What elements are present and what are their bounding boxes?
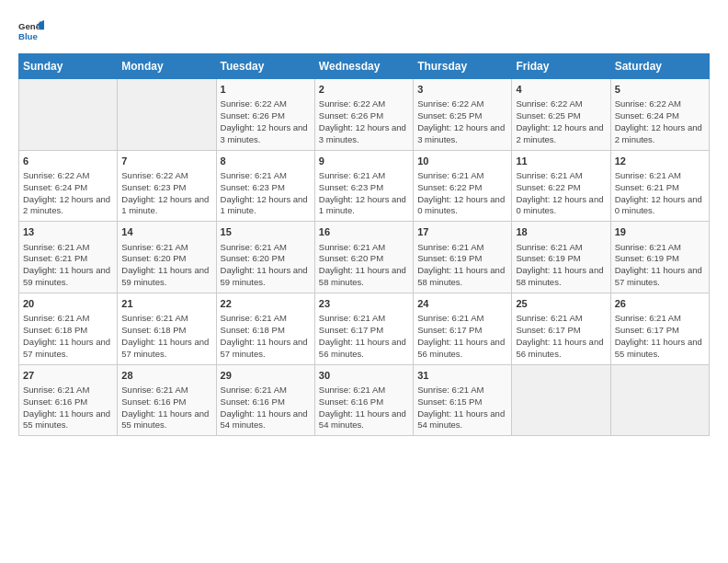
day-number: 2 xyxy=(319,83,409,97)
cell-content: Sunrise: 6:21 AMSunset: 6:23 PMDaylight:… xyxy=(221,170,311,217)
calendar-cell: 19Sunrise: 6:21 AMSunset: 6:19 PMDayligh… xyxy=(610,222,709,293)
calendar-cell: 3Sunrise: 6:22 AMSunset: 6:25 PMDaylight… xyxy=(414,79,512,151)
cell-content: Sunrise: 6:22 AMSunset: 6:24 PMDaylight:… xyxy=(615,98,705,145)
day-number: 14 xyxy=(121,225,211,239)
day-number: 26 xyxy=(615,297,705,311)
calendar-cell: 1Sunrise: 6:22 AMSunset: 6:26 PMDaylight… xyxy=(216,79,314,151)
cell-content: Sunrise: 6:22 AMSunset: 6:26 PMDaylight:… xyxy=(221,98,311,145)
page-header: General Blue xyxy=(18,18,710,44)
cell-content: Sunrise: 6:21 AMSunset: 6:17 PMDaylight:… xyxy=(516,313,606,360)
svg-text:Blue: Blue xyxy=(18,31,38,41)
calendar-cell: 20Sunrise: 6:21 AMSunset: 6:18 PMDayligh… xyxy=(19,293,118,364)
calendar-cell: 21Sunrise: 6:21 AMSunset: 6:18 PMDayligh… xyxy=(118,293,216,364)
day-number: 9 xyxy=(319,155,409,168)
calendar-week-row: 13Sunrise: 6:21 AMSunset: 6:21 PMDayligh… xyxy=(19,222,710,293)
cell-content: Sunrise: 6:21 AMSunset: 6:21 PMDaylight:… xyxy=(615,170,705,217)
calendar-cell: 4Sunrise: 6:22 AMSunset: 6:25 PMDaylight… xyxy=(512,79,610,151)
calendar-cell: 9Sunrise: 6:21 AMSunset: 6:23 PMDaylight… xyxy=(314,150,413,222)
calendar-cell: 8Sunrise: 6:21 AMSunset: 6:23 PMDaylight… xyxy=(216,150,314,222)
logo: General Blue xyxy=(18,18,48,44)
cell-content: Sunrise: 6:21 AMSunset: 6:20 PMDaylight:… xyxy=(221,242,311,289)
calendar-cell: 14Sunrise: 6:21 AMSunset: 6:20 PMDayligh… xyxy=(118,222,216,293)
day-number: 5 xyxy=(615,83,705,97)
cell-content: Sunrise: 6:21 AMSunset: 6:18 PMDaylight:… xyxy=(221,313,311,360)
calendar-cell: 23Sunrise: 6:21 AMSunset: 6:17 PMDayligh… xyxy=(314,293,413,364)
calendar-cell: 11Sunrise: 6:21 AMSunset: 6:22 PMDayligh… xyxy=(512,150,610,222)
cell-content: Sunrise: 6:21 AMSunset: 6:16 PMDaylight:… xyxy=(319,385,409,431)
day-of-week-header: Monday xyxy=(118,54,216,79)
cell-content: Sunrise: 6:22 AMSunset: 6:24 PMDaylight:… xyxy=(23,170,113,217)
calendar-cell: 25Sunrise: 6:21 AMSunset: 6:17 PMDayligh… xyxy=(512,293,610,364)
day-of-week-header: Thursday xyxy=(414,54,512,79)
cell-content: Sunrise: 6:21 AMSunset: 6:19 PMDaylight:… xyxy=(417,242,507,289)
calendar-cell: 26Sunrise: 6:21 AMSunset: 6:17 PMDayligh… xyxy=(610,293,709,364)
calendar-cell: 24Sunrise: 6:21 AMSunset: 6:17 PMDayligh… xyxy=(414,293,512,364)
day-number: 28 xyxy=(121,369,211,383)
day-number: 25 xyxy=(516,297,606,311)
calendar-cell: 15Sunrise: 6:21 AMSunset: 6:20 PMDayligh… xyxy=(216,222,314,293)
calendar-cell xyxy=(610,364,709,436)
day-number: 21 xyxy=(121,297,211,311)
day-number: 17 xyxy=(417,225,507,239)
day-number: 29 xyxy=(221,369,311,383)
calendar-header-row: SundayMondayTuesdayWednesdayThursdayFrid… xyxy=(19,54,710,79)
day-number: 4 xyxy=(516,83,606,97)
day-of-week-header: Saturday xyxy=(610,54,709,79)
cell-content: Sunrise: 6:21 AMSunset: 6:16 PMDaylight:… xyxy=(121,385,211,431)
day-number: 31 xyxy=(417,369,507,383)
calendar-cell: 5Sunrise: 6:22 AMSunset: 6:24 PMDaylight… xyxy=(610,79,709,151)
cell-content: Sunrise: 6:21 AMSunset: 6:18 PMDaylight:… xyxy=(23,313,113,360)
cell-content: Sunrise: 6:21 AMSunset: 6:20 PMDaylight:… xyxy=(319,242,409,289)
cell-content: Sunrise: 6:21 AMSunset: 6:16 PMDaylight:… xyxy=(23,385,113,431)
calendar-cell: 28Sunrise: 6:21 AMSunset: 6:16 PMDayligh… xyxy=(118,364,216,436)
cell-content: Sunrise: 6:21 AMSunset: 6:23 PMDaylight:… xyxy=(319,170,409,217)
calendar-body: 1Sunrise: 6:22 AMSunset: 6:26 PMDaylight… xyxy=(19,79,710,436)
cell-content: Sunrise: 6:21 AMSunset: 6:17 PMDaylight:… xyxy=(319,313,409,360)
calendar-cell: 22Sunrise: 6:21 AMSunset: 6:18 PMDayligh… xyxy=(216,293,314,364)
day-number: 22 xyxy=(221,297,311,311)
day-number: 24 xyxy=(417,297,507,311)
cell-content: Sunrise: 6:22 AMSunset: 6:25 PMDaylight:… xyxy=(417,98,507,145)
calendar-cell: 10Sunrise: 6:21 AMSunset: 6:22 PMDayligh… xyxy=(414,150,512,222)
day-of-week-header: Tuesday xyxy=(216,54,314,79)
cell-content: Sunrise: 6:21 AMSunset: 6:17 PMDaylight:… xyxy=(615,313,705,360)
cell-content: Sunrise: 6:21 AMSunset: 6:19 PMDaylight:… xyxy=(615,242,705,289)
cell-content: Sunrise: 6:21 AMSunset: 6:22 PMDaylight:… xyxy=(516,170,606,217)
cell-content: Sunrise: 6:22 AMSunset: 6:23 PMDaylight:… xyxy=(121,170,211,217)
day-number: 15 xyxy=(221,225,311,239)
calendar-cell: 18Sunrise: 6:21 AMSunset: 6:19 PMDayligh… xyxy=(512,222,610,293)
calendar-week-row: 1Sunrise: 6:22 AMSunset: 6:26 PMDaylight… xyxy=(19,79,710,151)
day-number: 1 xyxy=(221,83,311,97)
cell-content: Sunrise: 6:21 AMSunset: 6:18 PMDaylight:… xyxy=(121,313,211,360)
calendar-week-row: 6Sunrise: 6:22 AMSunset: 6:24 PMDaylight… xyxy=(19,150,710,222)
day-number: 20 xyxy=(23,297,113,311)
day-of-week-header: Friday xyxy=(512,54,610,79)
calendar-cell xyxy=(118,79,216,151)
calendar-week-row: 20Sunrise: 6:21 AMSunset: 6:18 PMDayligh… xyxy=(19,293,710,364)
cell-content: Sunrise: 6:22 AMSunset: 6:26 PMDaylight:… xyxy=(319,98,409,145)
calendar-table: SundayMondayTuesdayWednesdayThursdayFrid… xyxy=(18,53,710,436)
cell-content: Sunrise: 6:21 AMSunset: 6:22 PMDaylight:… xyxy=(417,170,507,217)
logo-icon: General Blue xyxy=(18,18,44,44)
cell-content: Sunrise: 6:21 AMSunset: 6:20 PMDaylight:… xyxy=(121,242,211,289)
calendar-cell: 17Sunrise: 6:21 AMSunset: 6:19 PMDayligh… xyxy=(414,222,512,293)
cell-content: Sunrise: 6:22 AMSunset: 6:25 PMDaylight:… xyxy=(516,98,606,145)
calendar-week-row: 27Sunrise: 6:21 AMSunset: 6:16 PMDayligh… xyxy=(19,364,710,436)
cell-content: Sunrise: 6:21 AMSunset: 6:17 PMDaylight:… xyxy=(417,313,507,360)
cell-content: Sunrise: 6:21 AMSunset: 6:19 PMDaylight:… xyxy=(516,242,606,289)
day-of-week-header: Sunday xyxy=(19,54,118,79)
calendar-cell: 27Sunrise: 6:21 AMSunset: 6:16 PMDayligh… xyxy=(19,364,118,436)
day-number: 3 xyxy=(417,83,507,97)
day-number: 16 xyxy=(319,225,409,239)
day-number: 18 xyxy=(516,225,606,239)
calendar-cell: 2Sunrise: 6:22 AMSunset: 6:26 PMDaylight… xyxy=(314,79,413,151)
calendar-cell: 7Sunrise: 6:22 AMSunset: 6:23 PMDaylight… xyxy=(118,150,216,222)
day-number: 8 xyxy=(221,155,311,168)
day-number: 19 xyxy=(615,225,705,239)
calendar-cell: 12Sunrise: 6:21 AMSunset: 6:21 PMDayligh… xyxy=(610,150,709,222)
day-number: 7 xyxy=(121,155,211,168)
calendar-cell: 30Sunrise: 6:21 AMSunset: 6:16 PMDayligh… xyxy=(314,364,413,436)
calendar-cell: 6Sunrise: 6:22 AMSunset: 6:24 PMDaylight… xyxy=(19,150,118,222)
calendar-cell: 16Sunrise: 6:21 AMSunset: 6:20 PMDayligh… xyxy=(314,222,413,293)
day-number: 6 xyxy=(23,155,113,168)
